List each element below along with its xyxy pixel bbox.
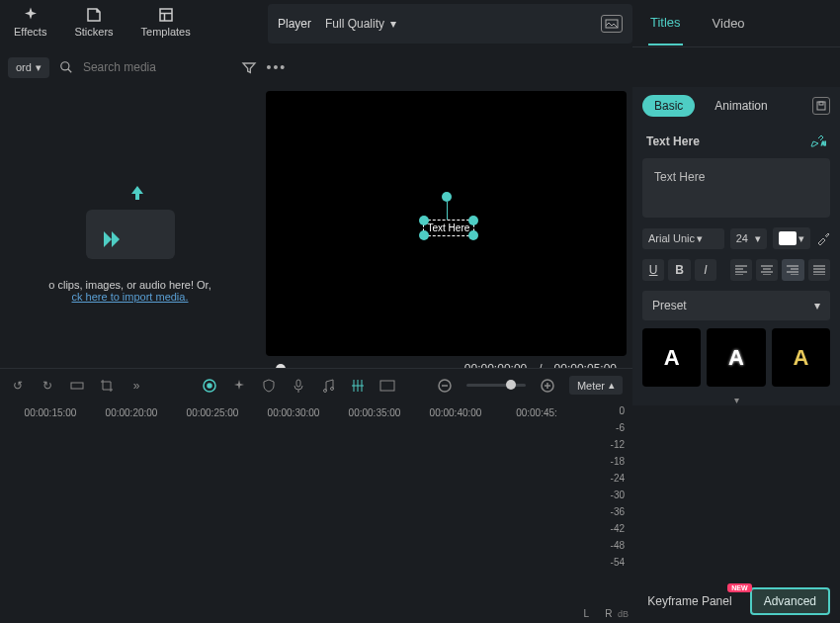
expand-presets[interactable]: ▾: [632, 395, 840, 405]
redo-button[interactable]: ↻: [40, 378, 55, 394]
zoom-in-button[interactable]: [540, 378, 555, 394]
preset-tile-2[interactable]: A: [707, 328, 765, 387]
tab-video[interactable]: Video: [711, 2, 747, 44]
svg-text:AI: AI: [821, 140, 826, 146]
font-color-picker[interactable]: ▾: [773, 227, 810, 249]
properties-panel: Basic Animation Text Here AI Text Here A…: [632, 87, 840, 405]
tab-label: Stickers: [74, 26, 113, 38]
zoom-out-button[interactable]: [437, 378, 453, 394]
more-icon[interactable]: •••: [267, 57, 287, 77]
svg-rect-42: [380, 381, 394, 391]
tab-effects[interactable]: Effects: [14, 6, 46, 38]
image-icon: [605, 19, 619, 29]
player-label: Player: [278, 17, 311, 31]
new-badge: NEW: [727, 583, 751, 592]
svg-rect-0: [160, 9, 172, 21]
font-family-dropdown[interactable]: Arial Unic▾: [642, 228, 724, 249]
advanced-button[interactable]: Advanced: [750, 587, 830, 615]
zoom-slider[interactable]: [466, 384, 526, 387]
svg-rect-35: [296, 380, 300, 387]
align-right-button[interactable]: [782, 259, 803, 281]
preview-canvas[interactable]: Text Here: [266, 91, 627, 356]
mic-button[interactable]: [291, 378, 306, 394]
ai-edit-button[interactable]: AI: [810, 135, 826, 147]
eyedropper-icon: [816, 231, 830, 245]
media-filter-dropdown[interactable]: ord ▾: [8, 57, 49, 78]
clip-button[interactable]: [69, 378, 85, 394]
audio-meter: 0 -6 -12 -18 -24 -30 -36 -42 -48 -54 L R…: [563, 401, 632, 623]
underline-button[interactable]: U: [642, 259, 664, 281]
quality-dropdown[interactable]: Full Quality ▾: [325, 17, 396, 31]
timeline: ↺ ↻ » Meter ▴ 00:00:15:00 00:00:20:00 00…: [0, 368, 632, 623]
font-size-dropdown[interactable]: 24 ▾: [730, 228, 767, 249]
media-panel: o clips, images, or audio here! Or, ck h…: [0, 87, 260, 405]
sparkle-button[interactable]: [231, 378, 247, 394]
italic-button[interactable]: I: [695, 259, 716, 281]
tab-label: Templates: [141, 26, 191, 38]
filmora-logo-icon: [100, 227, 124, 251]
crop-tl-button[interactable]: [99, 378, 115, 394]
templates-icon: [157, 6, 175, 24]
align-justify-button[interactable]: [808, 259, 830, 281]
tab-templates[interactable]: Templates: [141, 6, 191, 38]
meter-left: L: [584, 608, 590, 619]
eyedropper-button[interactable]: [816, 231, 830, 245]
canvas-text[interactable]: Text Here: [423, 220, 475, 236]
svg-rect-13: [817, 102, 825, 110]
tab-titles[interactable]: Titles: [648, 1, 683, 45]
meter-right: R: [605, 608, 612, 619]
align-center-button[interactable]: [756, 259, 778, 281]
svg-point-4: [61, 62, 69, 70]
svg-rect-14: [819, 102, 823, 105]
import-dropzone[interactable]: [86, 190, 175, 259]
keyframe-panel-button[interactable]: Keyframe Panel NEW: [639, 589, 739, 613]
magnet-button[interactable]: [350, 378, 366, 394]
tab-stickers[interactable]: Stickers: [74, 6, 113, 38]
align-left-button[interactable]: [730, 259, 752, 281]
tab-label: Effects: [14, 26, 46, 38]
preset-tile-1[interactable]: A: [642, 328, 701, 387]
import-hint: o clips, images, or audio here! Or, ck h…: [48, 279, 210, 303]
svg-point-34: [208, 384, 211, 388]
chevron-up-icon: ▴: [609, 379, 615, 392]
aspect-button[interactable]: [379, 378, 395, 394]
snapshot-button[interactable]: [601, 15, 623, 33]
undo-button[interactable]: ↺: [10, 378, 26, 394]
search-icon: [59, 57, 73, 77]
timeline-ruler[interactable]: 00:00:15:00 00:00:20:00 00:00:25:00 00:0…: [0, 401, 632, 424]
sticker-icon: [85, 6, 103, 24]
music-button[interactable]: [320, 378, 336, 394]
download-arrow-icon: [126, 184, 149, 208]
pencil-ai-icon: AI: [810, 135, 826, 147]
bold-button[interactable]: B: [668, 259, 690, 281]
filter-icon[interactable]: [241, 57, 257, 77]
text-section-title: Text Here: [646, 134, 700, 148]
chevron-down-icon: ▾: [814, 299, 820, 312]
sparkle-icon: [22, 6, 40, 24]
save-preset-button[interactable]: [812, 97, 830, 115]
preset-tile-3[interactable]: A: [772, 328, 830, 387]
svg-rect-32: [71, 383, 83, 389]
text-input[interactable]: Text Here: [642, 158, 830, 218]
subtab-basic[interactable]: Basic: [642, 95, 695, 117]
meter-toggle[interactable]: Meter ▴: [569, 376, 623, 395]
import-link[interactable]: ck here to import media.: [72, 291, 189, 303]
ai-button[interactable]: [202, 378, 217, 394]
color-swatch: [779, 231, 797, 245]
preset-dropdown[interactable]: Preset ▾: [642, 291, 830, 320]
subtab-animation[interactable]: Animation: [703, 95, 779, 117]
svg-point-37: [331, 387, 334, 390]
shield-button[interactable]: [261, 378, 277, 394]
expand-button[interactable]: »: [128, 378, 144, 394]
svg-line-5: [68, 69, 72, 73]
chevron-down-icon: ▾: [36, 61, 42, 74]
chevron-down-icon: ▾: [390, 17, 396, 31]
search-input[interactable]: [83, 60, 231, 74]
svg-point-36: [324, 389, 327, 392]
save-icon: [816, 101, 826, 111]
